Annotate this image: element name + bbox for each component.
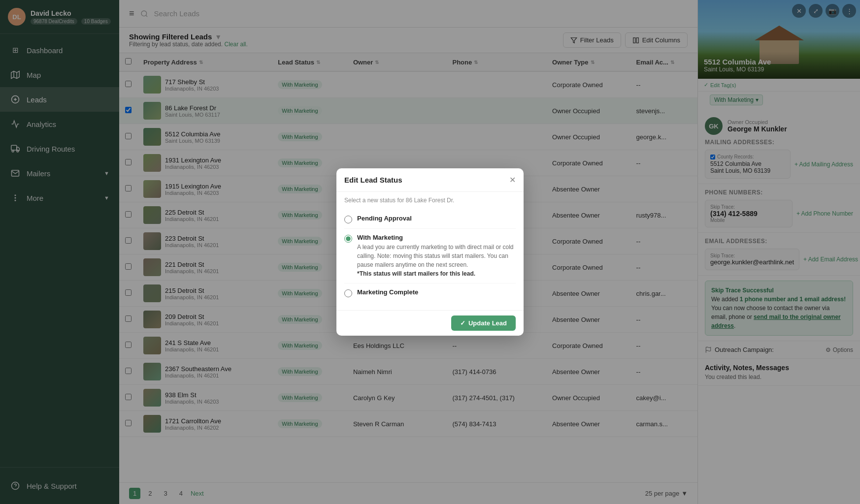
marketing-complete-radio[interactable] — [344, 289, 352, 297]
modal-title: Edit Lead Status — [344, 176, 402, 184]
marketing-complete-label: Marketing Complete — [357, 288, 418, 296]
modal-footer: ✓ Update Lead — [336, 310, 524, 336]
pending-label: Pending Approval — [357, 215, 412, 222]
pending-radio[interactable] — [344, 216, 352, 223]
modal-subtitle: Select a new status for 86 Lake Forest D… — [336, 192, 524, 206]
update-lead-button[interactable]: ✓ Update Lead — [451, 315, 516, 331]
radio-option-pending: Pending Approval — [344, 210, 516, 229]
with-marketing-label: With Marketing — [357, 234, 516, 241]
modal-overlay[interactable]: Edit Lead Status ✕ Select a new status f… — [0, 0, 860, 504]
modal-close-button[interactable]: ✕ — [509, 175, 516, 185]
radio-option-marketing-complete: Marketing Complete — [344, 284, 516, 302]
with-marketing-radio[interactable] — [344, 235, 352, 243]
checkmark-icon: ✓ — [460, 319, 465, 327]
radio-option-with-marketing: With Marketing A lead you are currently … — [344, 229, 516, 284]
edit-lead-status-modal: Edit Lead Status ✕ Select a new status f… — [336, 168, 524, 336]
modal-body: Pending Approval With Marketing A lead y… — [336, 206, 524, 310]
with-marketing-desc: A lead you are currently marketing to wi… — [357, 243, 516, 278]
with-marketing-note: *This status will start mailers for this… — [357, 270, 475, 277]
modal-header: Edit Lead Status ✕ — [336, 168, 524, 192]
